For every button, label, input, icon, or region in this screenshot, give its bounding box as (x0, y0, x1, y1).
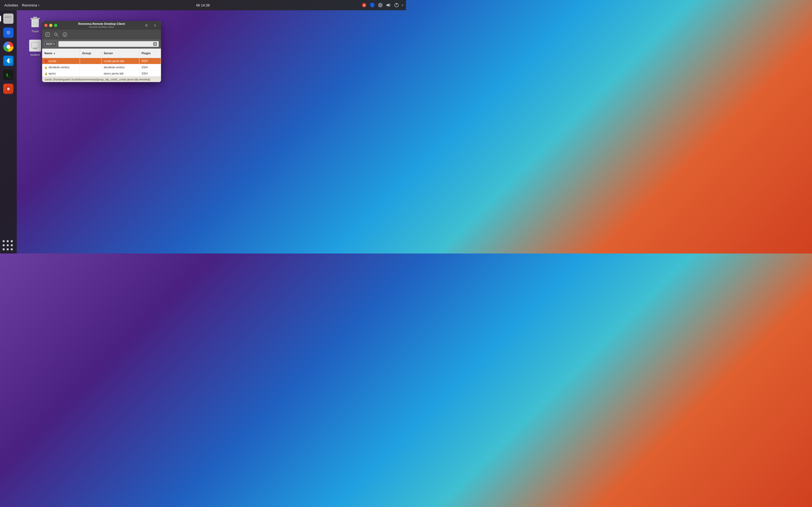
conn-icon-rdp-condc (44, 59, 48, 63)
window-title-main: Remmina Remote Desktop Client (78, 22, 125, 25)
tsclient-label: tsclient (31, 53, 40, 56)
table-row-epmc[interactable]: 🔒 epmc epmc.jarvis.lab SSH 2020-03-18 · … (42, 70, 161, 77)
dock-item-chrome[interactable] (2, 41, 14, 53)
svg-point-2 (380, 5, 381, 6)
app-menu[interactable]: Remmina ▾ (22, 3, 40, 7)
protocol-dropdown[interactable]: RDP ▾ (44, 41, 57, 47)
search-input[interactable] (60, 42, 153, 46)
row-epmc-server: epmc.jarvis.lab (102, 70, 139, 76)
window-controls (44, 24, 57, 27)
connections-table: Name ▲ Group Server Plugin Last used con… (42, 49, 161, 77)
table-header: Name ▲ Group Server Plugin Last used (42, 49, 161, 58)
col-name[interactable]: Name ▲ (42, 49, 80, 58)
table-row-devdesk[interactable]: 🔒 devdesk-centos devdesk-centos SSH 2020… (42, 64, 161, 70)
col-group-label: Group (82, 52, 91, 55)
chrome-icon (3, 42, 13, 52)
window-menu-button[interactable]: ≡ (151, 21, 159, 29)
bitwarden-tray-icon[interactable] (369, 2, 375, 8)
row-epmc-plugin: SSH (139, 70, 161, 76)
search-box: ⊗ (58, 41, 159, 47)
dock-item-remmina[interactable]: ⊗ (2, 82, 14, 95)
tsclient-icon (29, 40, 41, 52)
svg-text:i: i (64, 33, 65, 37)
dock-item-bitwarden[interactable] (2, 26, 14, 39)
window-grid-button[interactable]: ⊞ (143, 21, 150, 29)
svg-rect-21 (32, 43, 38, 47)
new-connection-button[interactable]: + (44, 31, 51, 38)
svg-line-27 (57, 35, 58, 37)
svg-rect-23 (33, 49, 38, 49)
row-condc-server: condc.jarvis.lab (102, 58, 139, 64)
bitwarden-icon (3, 27, 13, 38)
row-epmc-group (80, 70, 102, 76)
window-title: Remmina Remote Desktop Client Remote Des… (78, 22, 125, 29)
row-devdesk-plugin: SSH (139, 64, 161, 70)
window-searchbar: RDP ▾ ⊗ (42, 40, 161, 49)
dock-item-vscode[interactable] (2, 55, 14, 67)
show-apps-grid (3, 240, 14, 251)
window-close-button[interactable] (44, 24, 48, 27)
trash-icon-img (29, 16, 42, 29)
conn-icon-ssh-epmc: 🔒 (44, 72, 48, 75)
svg-text:⊗: ⊗ (7, 87, 10, 91)
row-devdesk-name: 🔒 devdesk-centos (42, 64, 80, 70)
window-titlebar: Remmina Remote Desktop Client Remote Des… (42, 21, 161, 30)
window-toolbar: + i (42, 30, 161, 40)
window-maximize-button[interactable] (54, 24, 57, 27)
col-name-label: Name (44, 52, 52, 55)
window-statusbar: condc (/home/rguske/.local/share/remmina… (42, 77, 161, 82)
col-group[interactable]: Group (80, 49, 102, 58)
search-button[interactable] (52, 31, 60, 38)
remmina-window: Remmina Remote Desktop Client Remote Des… (42, 21, 161, 82)
tsclient-icon-img (29, 39, 42, 52)
svg-rect-10 (5, 16, 8, 18)
protocol-dropdown-arrow: ▾ (53, 43, 55, 45)
col-server[interactable]: Server (102, 49, 139, 58)
volume-icon[interactable] (386, 2, 391, 8)
svg-marker-5 (387, 3, 389, 7)
row-condc-plugin: RDP (139, 58, 161, 64)
app-menu-chevron: ▾ (38, 4, 40, 7)
row-epmc-name: 🔒 epmc (42, 70, 80, 76)
table-row-condc[interactable]: condc condc.jarvis.lab RDP 2020-03-17 · … (42, 58, 161, 64)
terminal-icon: $_ (3, 70, 13, 80)
dock-item-apps[interactable] (2, 241, 14, 253)
conn-icon-ssh-devdesk: 🔒 (44, 66, 48, 69)
trash-label: Trash (31, 30, 39, 33)
svg-text:⊗: ⊗ (363, 4, 365, 7)
col-name-sort: ▲ (53, 52, 56, 55)
window-minimize-button[interactable] (49, 24, 52, 27)
svg-rect-16 (33, 17, 37, 18)
svg-point-26 (55, 33, 57, 35)
svg-text:+: + (46, 33, 48, 37)
remmina-tray-icon[interactable]: ⊗ (361, 2, 367, 8)
svg-rect-22 (34, 48, 37, 49)
topbar-clock: Mi 14:38 (196, 3, 210, 7)
window-title-sub: Remote Desktop Client (78, 25, 125, 29)
col-server-label: Server (104, 52, 113, 55)
search-clear-button[interactable]: ⊗ (153, 42, 157, 46)
topbar: Activities Remmina ▾ Mi 14:38 ⊗ ▾ (0, 0, 406, 10)
power-chevron: ▾ (402, 4, 403, 7)
statusbar-text: condc (/home/rguske/.local/share/remmina… (45, 78, 150, 81)
dock: $_ ⊗ (0, 10, 17, 253)
svg-rect-9 (5, 17, 12, 21)
info-button[interactable]: i (61, 31, 68, 38)
window-title-buttons-right: ⊞ ≡ (143, 21, 159, 29)
col-plugin-label: Plugin (142, 52, 151, 55)
network-icon[interactable] (377, 2, 383, 8)
col-plugin[interactable]: Plugin (139, 49, 161, 58)
protocol-selected: RDP (46, 42, 52, 46)
power-icon[interactable] (394, 2, 399, 8)
row-devdesk-group (80, 64, 102, 70)
remmina-icon: ⊗ (3, 84, 13, 94)
topbar-right: ⊗ ▾ (361, 2, 403, 8)
row-condc-group (80, 58, 102, 64)
row-condc-name: condc (42, 58, 80, 64)
dock-item-files[interactable] (2, 12, 14, 25)
row-devdesk-server: devdesk-centos (102, 64, 139, 70)
dock-item-terminal[interactable]: $_ (2, 68, 14, 81)
vscode-icon (3, 56, 13, 66)
files-icon (3, 13, 13, 24)
activities-button[interactable]: Activities (3, 3, 20, 8)
